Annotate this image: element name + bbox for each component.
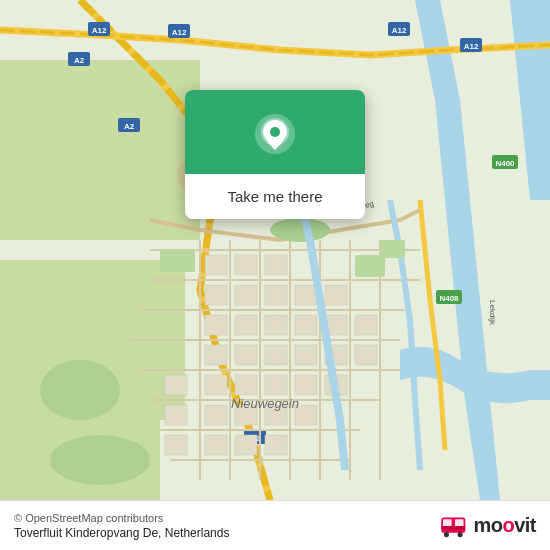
svg-rect-52: [355, 315, 377, 335]
svg-point-87: [270, 127, 280, 137]
svg-rect-48: [235, 315, 257, 335]
footer-bar: © OpenStreetMap contributors Toverfluit …: [0, 500, 550, 550]
svg-rect-61: [235, 375, 257, 395]
svg-rect-60: [205, 375, 227, 395]
svg-rect-42: [205, 285, 227, 305]
svg-text:A12: A12: [464, 42, 479, 51]
svg-rect-56: [295, 345, 317, 365]
svg-rect-54: [235, 345, 257, 365]
svg-rect-45: [295, 285, 317, 305]
svg-point-74: [270, 218, 330, 242]
svg-rect-90: [455, 519, 464, 526]
svg-rect-39: [205, 255, 227, 275]
popup-green-header: [185, 90, 365, 174]
svg-rect-66: [205, 405, 227, 425]
location-name: Toverfluit Kinderopvang De, Netherlands: [14, 526, 229, 540]
svg-text:A12: A12: [92, 26, 107, 35]
svg-rect-73: [265, 435, 287, 455]
svg-text:Nieuwegein: Nieuwegein: [231, 396, 299, 411]
svg-rect-55: [265, 345, 287, 365]
svg-text:N400: N400: [495, 159, 515, 168]
location-pin-icon: [253, 112, 297, 156]
svg-rect-49: [265, 315, 287, 335]
svg-rect-76: [160, 250, 195, 272]
svg-text:Lekdijk: Lekdijk: [488, 300, 497, 326]
svg-point-91: [444, 532, 449, 537]
moovit-logo: moovit: [439, 514, 536, 538]
moovit-logo-icon: [439, 514, 471, 538]
take-me-there-button[interactable]: Take me there: [185, 174, 365, 219]
svg-rect-70: [165, 435, 187, 455]
svg-rect-71: [205, 435, 227, 455]
svg-rect-89: [443, 519, 452, 526]
svg-rect-59: [165, 375, 187, 395]
footer-left: © OpenStreetMap contributors Toverfluit …: [14, 512, 229, 540]
map-container: A2 A2 A2 A2 A12 A12 A12 A12 N408 N400: [0, 0, 550, 500]
svg-rect-84: [380, 240, 405, 258]
svg-point-83: [50, 435, 150, 485]
svg-rect-50: [295, 315, 317, 335]
svg-text:A2: A2: [124, 122, 135, 131]
attribution-text: © OpenStreetMap contributors: [14, 512, 229, 524]
svg-rect-47: [205, 315, 227, 335]
svg-rect-72: [235, 435, 257, 455]
svg-text:N408: N408: [439, 294, 459, 303]
svg-rect-63: [295, 375, 317, 395]
svg-rect-40: [235, 255, 257, 275]
svg-rect-93: [442, 526, 466, 529]
svg-rect-62: [265, 375, 287, 395]
svg-rect-75: [355, 255, 385, 277]
svg-rect-41: [265, 255, 287, 275]
svg-rect-44: [265, 285, 287, 305]
svg-text:A2: A2: [74, 56, 85, 65]
svg-rect-65: [165, 405, 187, 425]
svg-rect-58: [355, 345, 377, 365]
svg-rect-46: [325, 285, 347, 305]
svg-point-92: [458, 532, 463, 537]
popup-card: Take me there: [185, 90, 365, 219]
svg-point-82: [40, 360, 120, 420]
svg-rect-43: [235, 285, 257, 305]
svg-rect-53: [205, 345, 227, 365]
svg-text:A12: A12: [172, 28, 187, 37]
svg-text:A12: A12: [392, 26, 407, 35]
moovit-text: moovit: [473, 514, 536, 537]
